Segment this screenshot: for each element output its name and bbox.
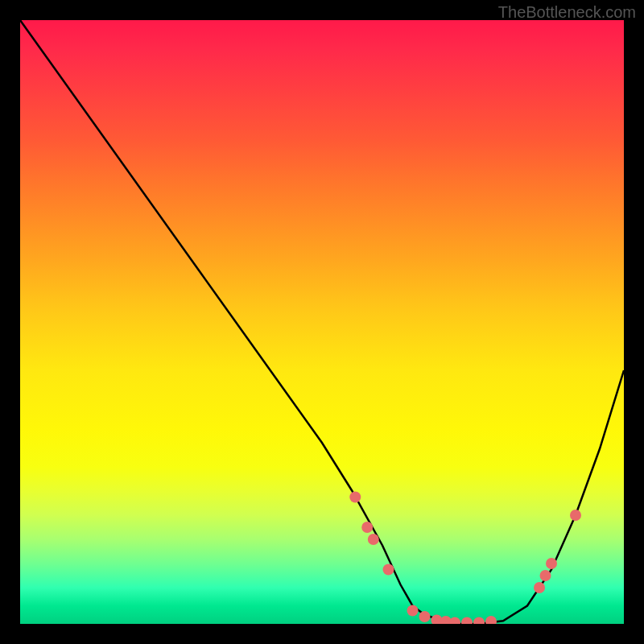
data-marker — [485, 616, 497, 624]
bottleneck-curve — [20, 20, 624, 624]
data-marker — [473, 617, 485, 625]
watermark-text: TheBottleneck.com — [498, 3, 636, 22]
data-marker — [349, 492, 361, 503]
data-marker — [534, 582, 545, 593]
data-marker — [570, 510, 581, 521]
chart-container: TheBottleneck.com — [0, 0, 644, 644]
data-marker — [449, 617, 460, 625]
plot-area — [20, 20, 624, 624]
data-markers — [349, 492, 581, 625]
data-marker — [407, 605, 419, 617]
data-marker — [361, 522, 373, 533]
data-marker — [368, 534, 379, 545]
data-marker — [419, 611, 431, 622]
data-marker — [540, 570, 551, 581]
data-marker — [546, 558, 557, 569]
data-marker — [461, 617, 473, 625]
data-marker — [383, 564, 394, 576]
chart-svg — [20, 20, 624, 624]
